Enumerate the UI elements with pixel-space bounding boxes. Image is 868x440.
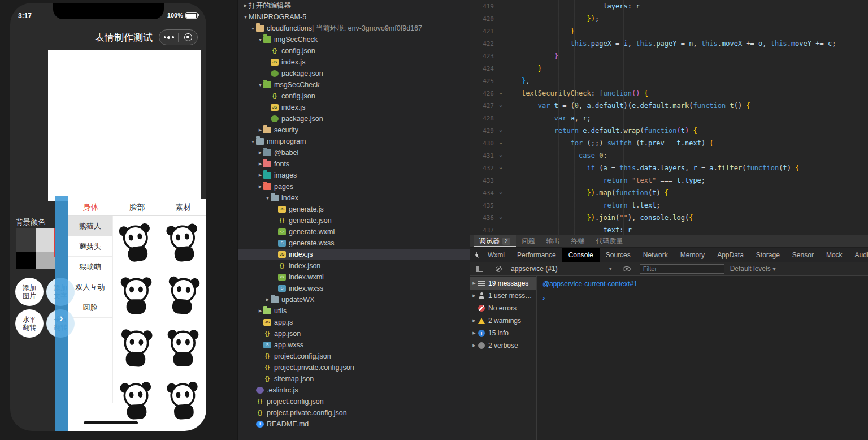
- tree-file-index.js[interactable]: JSindex.js: [238, 249, 470, 260]
- tree-folder-utils[interactable]: ▶utils: [238, 305, 470, 317]
- devtools-tab-performance[interactable]: Performance: [511, 248, 562, 262]
- devtools-tab-wxml[interactable]: Wxml: [481, 248, 511, 262]
- tree-file-app.json[interactable]: {}app.json: [238, 328, 470, 339]
- more-menu-button[interactable]: [159, 36, 178, 39]
- tree-file-app.js[interactable]: JSapp.js: [238, 317, 470, 328]
- panda-sticker[interactable]: [163, 378, 203, 425]
- panda-sticker[interactable]: [163, 221, 203, 267]
- code-line-424[interactable]: 424 }: [470, 62, 868, 75]
- color-swatch[interactable]: [16, 252, 36, 269]
- tree-folder-@babel[interactable]: ▶@babel: [238, 147, 470, 158]
- panda-sticker[interactable]: [116, 378, 157, 425]
- tree-folder-MINIPROGRAM-5[interactable]: ▼MINIPROGRAM-5: [238, 11, 470, 23]
- code-line-437[interactable]: 437 text: r: [470, 224, 868, 235]
- code-line-426[interactable]: 426› textSecurityCheck: function() {: [470, 87, 868, 100]
- console-prompt[interactable]: ›: [537, 291, 868, 302]
- tree-file-index.wxml[interactable]: <>index.wxml: [238, 271, 470, 283]
- devtools-tab-storage[interactable]: Storage: [750, 248, 786, 262]
- debugger-tab-调试器[interactable]: 调试器2: [474, 235, 516, 247]
- panda-sticker[interactable]: [163, 273, 203, 320]
- panda-sticker[interactable]: [163, 326, 203, 372]
- fold-chevron-icon[interactable]: ›: [496, 140, 505, 147]
- tree-folder-updateWX[interactable]: ▶updateWX: [238, 294, 470, 305]
- debugger-tab-代码质量[interactable]: 代码质量: [591, 235, 629, 247]
- debugger-tab-问题[interactable]: 问题: [516, 235, 541, 247]
- code-line-421[interactable]: 421 }: [470, 25, 868, 37]
- console-filter-2-verbose[interactable]: ▶2 verbose: [470, 339, 536, 352]
- tree-file-app.wxss[interactable]: Sapp.wxss: [238, 339, 470, 351]
- toggle-sidebar-icon[interactable]: [476, 266, 483, 272]
- tool-button-水平翻转[interactable]: 水平翻转: [15, 309, 44, 338]
- tree-file-config.json[interactable]: {}config.json: [238, 45, 470, 57]
- log-levels-dropdown[interactable]: Default levels ▾: [730, 265, 776, 273]
- context-selector[interactable]: appservice (#1): [511, 265, 558, 273]
- drawer-toggle-bar[interactable]: ›: [55, 196, 68, 431]
- fold-chevron-icon[interactable]: ›: [496, 165, 505, 172]
- devtools-tab-appdata[interactable]: AppData: [711, 248, 750, 262]
- tree-file-config.json[interactable]: {}config.json: [238, 90, 470, 102]
- emoji-canvas[interactable]: [48, 50, 201, 201]
- tree-file-README.md[interactable]: iREADME.md: [238, 419, 470, 430]
- code-editor[interactable]: 419 layers: r420 });421 }422 this.pageX …: [470, 0, 868, 235]
- tool-button-添加图片[interactable]: 添加图片: [15, 278, 44, 306]
- tree-file-project.config.json[interactable]: {}project.config.json: [238, 396, 470, 407]
- devtools-tab-memory[interactable]: Memory: [674, 248, 711, 262]
- clear-console-icon[interactable]: [496, 266, 502, 272]
- tree-file-project.private.config.json[interactable]: {}project.private.config.json: [238, 362, 470, 373]
- tree-folder-cloudfunctions[interactable]: ▼cloudfunctions | 当前环境: env-3gnovo9mf0f9…: [238, 23, 470, 34]
- tree-file-index.json[interactable]: {}index.json: [238, 260, 470, 271]
- debugger-tab-输出[interactable]: 输出: [541, 235, 566, 247]
- fold-chevron-icon[interactable]: ›: [496, 127, 505, 135]
- fold-chevron-icon[interactable]: ›: [496, 152, 505, 159]
- code-line-436[interactable]: 436› }).join(""), console.log({: [470, 212, 868, 224]
- color-swatch[interactable]: [16, 228, 36, 252]
- devtools-tab-network[interactable]: Network: [637, 248, 674, 262]
- color-swatch[interactable]: [36, 228, 55, 252]
- fold-chevron-icon[interactable]: ›: [496, 189, 505, 197]
- tree-file-generate.wxml[interactable]: <>generate.wxml: [238, 226, 470, 238]
- fold-chevron-icon[interactable]: ›: [496, 90, 505, 97]
- code-line-427[interactable]: 427› var t = (0, a.default)(e.default.ma…: [470, 100, 868, 112]
- fold-chevron-icon[interactable]: ›: [496, 214, 505, 222]
- tree-file-.eslintrc.js[interactable]: .eslintrc.js: [238, 385, 470, 396]
- code-line-428[interactable]: 428 var a, r;: [470, 112, 868, 124]
- inspect-element-icon[interactable]: [476, 252, 477, 257]
- console-output[interactable]: @appservice-current-context#1 ›: [537, 276, 868, 440]
- console-filter-No-errors[interactable]: No errors: [470, 302, 536, 314]
- tree-file-sitemap.json[interactable]: {}sitemap.json: [238, 373, 470, 385]
- code-line-425[interactable]: 425 },: [470, 75, 868, 87]
- tree-file-index.js[interactable]: JSindex.js: [238, 57, 470, 68]
- tree-file-project.private.config.json[interactable]: {}project.private.config.json: [238, 407, 470, 419]
- tree-file-project.config.json[interactable]: {}project.config.json: [238, 351, 470, 362]
- tree-file-index.js[interactable]: JSindex.js: [238, 102, 470, 113]
- console-filter-input[interactable]: [640, 264, 724, 274]
- tree-file-generate.js[interactable]: JSgenerate.js: [238, 204, 470, 215]
- tree-folder-imgSecCheck[interactable]: ▼imgSecCheck: [238, 34, 470, 45]
- code-line-422[interactable]: 422 this.pageX = i, this.pageY = n, this…: [470, 37, 868, 50]
- category-猥琐萌[interactable]: 猥琐萌: [68, 257, 112, 277]
- category-蘑菇头[interactable]: 蘑菇头: [68, 236, 112, 257]
- eye-icon[interactable]: [623, 266, 631, 271]
- panda-sticker[interactable]: [116, 273, 157, 320]
- sheet-tab-脸部[interactable]: 脸部: [114, 199, 160, 215]
- tree-folder-fonts[interactable]: ▶fonts: [238, 158, 470, 170]
- debugger-tab-终端[interactable]: 终端: [566, 235, 591, 247]
- tree-folder-index[interactable]: ▼index: [238, 192, 470, 204]
- close-minimize-button[interactable]: [179, 33, 197, 41]
- tree-folder-msgSecCheck[interactable]: ▼msgSecCheck: [238, 79, 470, 90]
- category-双人互动[interactable]: 双人互动: [68, 277, 112, 297]
- tree-file-generate.json[interactable]: {}generate.json: [238, 215, 470, 226]
- category-圆脸[interactable]: 圆脸: [68, 297, 112, 318]
- context-link[interactable]: @appservice-current-context#1: [542, 280, 637, 288]
- tree-folder-打开的编辑器[interactable]: ▶打开的编辑器: [238, 0, 470, 11]
- code-line-420[interactable]: 420 });: [470, 12, 868, 25]
- devtools-tab-sensor[interactable]: Sensor: [786, 248, 820, 262]
- devtools-tab-console[interactable]: Console: [562, 248, 600, 262]
- sheet-tab-身体[interactable]: 身体: [68, 199, 114, 215]
- code-line-429[interactable]: 429› return e.default.wrap(function(t) {: [470, 124, 868, 137]
- fold-chevron-icon[interactable]: ›: [496, 102, 505, 110]
- code-line-423[interactable]: 423 }: [470, 50, 868, 62]
- sheet-tab-素材[interactable]: 素材: [160, 199, 206, 215]
- console-filter-15-info[interactable]: ▶i15 info: [470, 327, 536, 339]
- tree-folder-pages[interactable]: ▶pages: [238, 181, 470, 192]
